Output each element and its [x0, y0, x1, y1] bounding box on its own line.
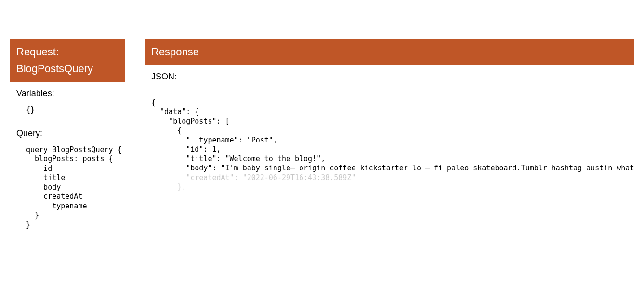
json-line: { — [151, 98, 156, 107]
json-line: "body": "I'm baby single– origin coffee … — [151, 164, 634, 172]
request-header: Request: BlogPostsQuery — [10, 39, 125, 82]
main-container: Request: BlogPostsQuery Variables: {} Qu… — [0, 0, 644, 246]
json-line-faded: "createdAt": "2022-06-29T16:43:38.589Z" — [151, 173, 355, 182]
json-line-faded: }, — [151, 182, 186, 191]
json-code: { "data": { "blogPosts": [ { "__typename… — [145, 89, 634, 199]
json-line: "__typename": "Post", — [151, 136, 277, 144]
json-line: "data": { — [151, 107, 199, 116]
response-panel: Response JSON: { "data": { "blogPosts": … — [145, 39, 634, 236]
variables-label: Variables: — [10, 82, 125, 105]
query-label: Query: — [10, 122, 125, 145]
json-line: "blogPosts": [ — [151, 117, 230, 126]
request-panel: Request: BlogPostsQuery Variables: {} Qu… — [10, 39, 125, 236]
json-label: JSON: — [145, 65, 634, 89]
variables-code: {} — [10, 105, 125, 122]
json-line: "title": "Welcome to the blog!", — [151, 155, 325, 163]
json-line: { — [151, 126, 182, 135]
query-code: query BlogPostsQuery { blogPosts: posts … — [10, 145, 125, 237]
json-line: "id": 1, — [151, 145, 221, 154]
response-header: Response — [145, 39, 634, 65]
